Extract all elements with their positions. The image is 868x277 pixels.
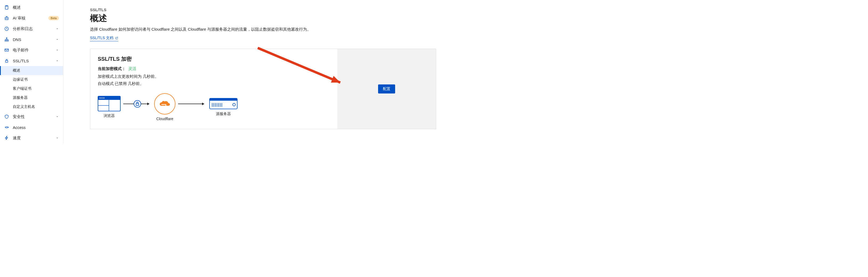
subnav-origin-server[interactable]: 源服务器 (0, 93, 63, 102)
subnav-label: 自定义主机名 (13, 104, 35, 109)
chevron-down-icon (56, 49, 59, 52)
sidebar-item-ai-review[interactable]: AI 审核 Beta (0, 13, 63, 24)
sidebar: 概述 AI 审核 Beta 分析和日志 DNS 电子邮件 SSL/TLS (0, 0, 63, 143)
main-content: SSL/TLS 概述 选择 Cloudflare 如何加密访问者与 Cloudf… (63, 0, 436, 143)
mode-changed-info: 加密模式上次更改时间为 几秒前。 (98, 74, 330, 79)
server-icon (209, 98, 238, 110)
encryption-mode-row: 当前加密模式： 灵活 (98, 66, 330, 71)
sidebar-item-label: AI 审核 (13, 16, 46, 21)
diagram-origin-label: 源服务器 (216, 112, 231, 116)
ssl-encryption-card: SSL/TLS 加密 当前加密模式： 灵活 加密模式上次更改时间为 几秒前。 自… (90, 49, 436, 129)
sidebar-item-label: 安全性 (13, 114, 56, 119)
svg-point-13 (100, 97, 101, 98)
bolt-icon (4, 135, 9, 141)
mail-icon (4, 48, 9, 53)
external-link-icon (115, 36, 118, 40)
sidebar-item-label: 概述 (13, 5, 59, 10)
card-main: SSL/TLS 加密 当前加密模式： 灵活 加密模式上次更改时间为 几秒前。 自… (90, 49, 337, 129)
arrow-icon (123, 100, 152, 108)
breadcrumb: SSL/TLS (90, 7, 436, 12)
subnav-label: 边缘证书 (13, 77, 28, 82)
arrow-icon (178, 100, 207, 108)
diagram-cloudflare-node: Cloudflare (154, 93, 176, 121)
svg-rect-12 (98, 96, 120, 100)
sidebar-item-ssl-tls[interactable]: SSL/TLS (0, 55, 63, 66)
auto-mode-info: 自动模式 已禁用 几秒前。 (98, 81, 330, 86)
svg-point-6 (5, 40, 6, 41)
sidebar-item-dns[interactable]: DNS (0, 34, 63, 45)
clock-icon (4, 26, 9, 31)
svg-point-3 (7, 19, 8, 19)
configure-button[interactable]: 配置 (378, 85, 395, 93)
ssl-tls-submenu: 概述 边缘证书 客户端证书 源服务器 自定义主机名 (0, 66, 63, 111)
sidebar-item-label: 速度 (13, 135, 56, 141)
browser-icon (98, 96, 121, 111)
shield-icon (4, 114, 9, 119)
subnav-label: 概述 (13, 68, 20, 73)
network-icon (4, 37, 9, 42)
robot-icon (4, 16, 9, 21)
sidebar-item-label: Access (13, 125, 59, 130)
beta-badge: Beta (49, 16, 59, 20)
subnav-overview[interactable]: 概述 (0, 66, 63, 75)
page-description: 选择 Cloudflare 如何加密访问者与 Cloudflare 之间以及 C… (90, 27, 436, 32)
sidebar-item-email[interactable]: 电子邮件 (0, 45, 63, 55)
doc-link-text: SSL/TLS 文档 (90, 36, 114, 40)
sidebar-item-label: SSL/TLS (13, 59, 56, 63)
ssl-tls-docs-link[interactable]: SSL/TLS 文档 (90, 36, 118, 41)
diagram-browser-label: 浏览器 (103, 114, 115, 118)
svg-point-19 (134, 100, 141, 107)
sidebar-item-overview[interactable]: 概述 (0, 2, 63, 13)
chevron-down-icon (56, 115, 59, 118)
svg-rect-1 (5, 17, 8, 20)
svg-point-2 (6, 19, 6, 19)
sidebar-item-speed[interactable]: 速度 (0, 133, 63, 143)
access-icon (4, 125, 9, 130)
lock-icon (4, 58, 9, 63)
diagram-origin-node: 源服务器 (209, 98, 238, 116)
chevron-down-icon (56, 27, 59, 30)
subnav-edge-certs[interactable]: 边缘证书 (0, 75, 63, 84)
svg-point-14 (101, 97, 102, 98)
svg-point-15 (103, 97, 104, 98)
sidebar-item-label: 分析和日志 (13, 26, 56, 31)
clipboard-icon (4, 5, 9, 10)
subnav-label: 客户端证书 (13, 86, 31, 91)
svg-point-5 (6, 37, 7, 38)
chevron-up-icon (56, 59, 59, 62)
chevron-down-icon (56, 136, 59, 140)
diagram-cloudflare-label: Cloudflare (156, 117, 173, 121)
encryption-diagram: 浏览器 (98, 93, 330, 121)
card-side-panel: 配置 (337, 49, 436, 129)
svg-point-8 (8, 40, 8, 41)
card-title: SSL/TLS 加密 (98, 55, 330, 63)
subnav-label: 源服务器 (13, 95, 28, 100)
subnav-client-certs[interactable]: 客户端证书 (0, 84, 63, 93)
sidebar-item-label: DNS (13, 37, 56, 42)
sidebar-item-analytics[interactable]: 分析和日志 (0, 24, 63, 34)
subnav-custom-hostnames[interactable]: 自定义主机名 (0, 102, 63, 111)
page-title: 概述 (90, 12, 436, 24)
diagram-browser-node: 浏览器 (98, 96, 121, 118)
svg-point-7 (6, 40, 7, 41)
mode-label: 当前加密模式： (98, 66, 126, 71)
sidebar-item-security[interactable]: 安全性 (0, 111, 63, 122)
sidebar-item-access[interactable]: Access (0, 122, 63, 133)
cloudflare-icon (154, 93, 176, 115)
sidebar-item-label: 电子邮件 (13, 48, 56, 53)
mode-value: 灵活 (128, 66, 136, 71)
svg-rect-23 (210, 98, 237, 101)
svg-rect-10 (6, 60, 8, 62)
chevron-down-icon (56, 38, 59, 41)
